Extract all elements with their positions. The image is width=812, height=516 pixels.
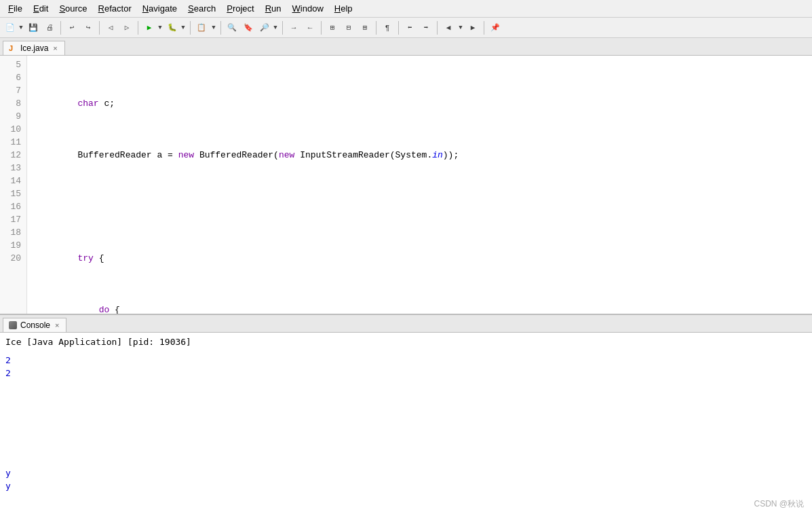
- java-file-icon: J: [9, 44, 17, 52]
- editor-tab-bar: J Ice.java ×: [0, 38, 812, 56]
- code-line-5: char c;: [35, 97, 812, 110]
- menu-window[interactable]: Window: [287, 2, 329, 15]
- menu-refactor[interactable]: Refactor: [93, 2, 137, 15]
- menu-help[interactable]: Help: [329, 2, 358, 15]
- code-line-9: do {: [35, 303, 812, 314]
- code-line-6: BufferedReader a = new BufferedReader(ne…: [35, 149, 812, 162]
- back-dropdown[interactable]: ▼: [457, 20, 464, 35]
- console-footer-area: y y: [5, 466, 11, 492]
- editor-content: 5 6 7 8 9 10 11 12 13 14 15 16 17 18 19 …: [0, 56, 812, 314]
- sep1: [60, 21, 61, 35]
- editor-tab-label: Ice.java: [20, 43, 48, 53]
- sep6: [282, 21, 283, 35]
- line-num: 10: [5, 123, 21, 136]
- sep7: [321, 21, 322, 35]
- line-num: 6: [5, 71, 21, 84]
- debug-btn[interactable]: 🐛: [165, 20, 180, 35]
- fwd-btn[interactable]: ▶: [465, 20, 480, 35]
- line-num: 20: [5, 252, 21, 265]
- layout-btn[interactable]: ⊞: [325, 20, 340, 35]
- whitespace-btn[interactable]: ¶: [380, 20, 395, 35]
- new-file-btn[interactable]: 📄: [3, 20, 18, 35]
- print-btn[interactable]: 🖨: [42, 20, 57, 35]
- line-num: 5: [5, 58, 21, 71]
- line-num: 8: [5, 97, 21, 110]
- open-task-dropdown[interactable]: ▼: [210, 20, 217, 35]
- console-output-line-2: 2: [5, 367, 807, 380]
- sep9: [398, 21, 399, 35]
- new-file-arrow[interactable]: ▼: [18, 20, 24, 35]
- console-panel: Console × Ice [Java Application] [pid: 1…: [0, 314, 812, 516]
- editor-tab-close[interactable]: ×: [52, 44, 58, 52]
- console-footer-line-1: y: [5, 466, 11, 479]
- sep3: [138, 21, 138, 35]
- prev-match-btn[interactable]: ←: [303, 20, 317, 35]
- sep2: [99, 21, 100, 35]
- line-num: 16: [5, 200, 21, 213]
- code-line-7: [35, 200, 812, 213]
- menu-bar: File Edit Source Refactor Navigate Searc…: [0, 0, 812, 18]
- search2-dropdown[interactable]: 🔎 ▼: [257, 20, 279, 35]
- line-num: 13: [5, 162, 21, 174]
- menu-navigate[interactable]: Navigate: [137, 2, 182, 15]
- sep8: [376, 21, 376, 35]
- menu-edit[interactable]: Edit: [28, 2, 54, 15]
- console-header: Ice [Java Application] [pid: 19036]: [5, 335, 807, 348]
- code-editor[interactable]: char c; BufferedReader a = new BufferedR…: [27, 56, 812, 314]
- console-tab[interactable]: Console ×: [3, 318, 66, 332]
- console-footer-line-2: y: [5, 479, 11, 492]
- save-btn[interactable]: 💾: [26, 20, 41, 35]
- run-btn[interactable]: ▶: [142, 20, 157, 35]
- prev-edit-btn[interactable]: ◁: [103, 20, 118, 35]
- menu-project[interactable]: Project: [221, 2, 259, 15]
- console-tab-bar: Console ×: [0, 315, 812, 333]
- run-arrow[interactable]: ▼: [157, 20, 163, 35]
- undo-btn[interactable]: ↩: [64, 20, 79, 35]
- next-edit-btn[interactable]: ▷: [119, 20, 134, 35]
- sep11: [484, 21, 484, 35]
- console-icon: [9, 321, 17, 329]
- bookmark-btn[interactable]: 🔖: [241, 20, 256, 35]
- debug-arrow[interactable]: ▼: [180, 20, 187, 35]
- menu-run[interactable]: Run: [260, 2, 287, 15]
- sep5: [220, 21, 221, 35]
- line-num: 12: [5, 149, 21, 162]
- console-output-line-1: 2: [5, 354, 807, 367]
- search-btn[interactable]: 🔍: [225, 20, 239, 35]
- open-task-btn[interactable]: 📋: [194, 20, 209, 35]
- menu-file[interactable]: File: [3, 2, 28, 15]
- watermark: CSDN @秋说: [754, 498, 804, 511]
- code-line-8: try {: [35, 252, 812, 265]
- menu-source[interactable]: Source: [54, 2, 92, 15]
- run-dropdown[interactable]: ▶ ▼: [142, 20, 163, 35]
- editor-area: 5 6 7 8 9 10 11 12 13 14 15 16 17 18 19 …: [0, 56, 812, 314]
- next-match-btn[interactable]: →: [286, 20, 301, 35]
- nav-right-btn[interactable]: ➡: [419, 20, 433, 35]
- console-tab-close[interactable]: ×: [54, 321, 60, 329]
- line-num: 15: [5, 187, 21, 200]
- line-num: 19: [5, 239, 21, 252]
- line-num: 9: [5, 110, 21, 123]
- nav-left-btn[interactable]: ⬅: [402, 20, 417, 35]
- editor-tab-ice[interactable]: J Ice.java ×: [3, 41, 65, 55]
- sep10: [437, 21, 438, 35]
- menu-search[interactable]: Search: [182, 2, 221, 15]
- console-output-area: 2 2: [5, 354, 807, 380]
- collapse-btn[interactable]: ⊟: [341, 20, 356, 35]
- back-btn[interactable]: ◀: [441, 20, 456, 35]
- open-task-arrow[interactable]: ▼: [210, 20, 217, 35]
- pin-btn[interactable]: 📌: [488, 20, 503, 35]
- console-tab-label: Console: [20, 320, 50, 330]
- back-arrow[interactable]: ▼: [457, 20, 464, 35]
- debug-dropdown[interactable]: 🐛 ▼: [165, 20, 187, 35]
- line-num: 11: [5, 136, 21, 149]
- search2-btn[interactable]: 🔎: [257, 20, 272, 35]
- line-num: 18: [5, 226, 21, 239]
- search2-arrow[interactable]: ▼: [272, 20, 279, 35]
- expand-btn[interactable]: ⊞: [357, 20, 372, 35]
- new-file-dropdown[interactable]: 📄 ▼: [3, 20, 24, 35]
- toolbar: 📄 ▼ 💾 🖨 ↩ ↪ ◁ ▷ ▶ ▼ 🐛 ▼ 📋 ▼ 🔍 🔖 🔎 ▼ → ← …: [0, 18, 812, 38]
- line-numbers: 5 6 7 8 9 10 11 12 13 14 15 16 17 18 19 …: [0, 56, 27, 314]
- line-num: 17: [5, 213, 21, 226]
- redo-btn[interactable]: ↪: [81, 20, 96, 35]
